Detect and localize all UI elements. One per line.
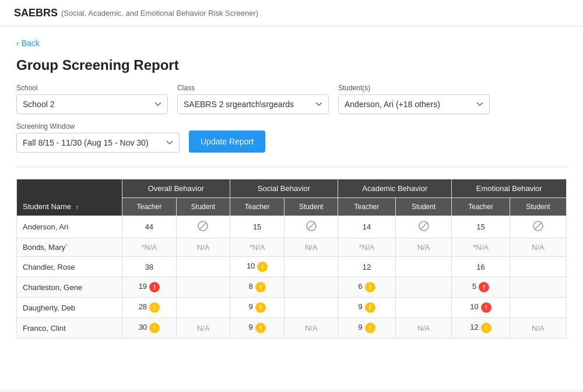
student-name-cell: Franco, Clint [17, 318, 122, 338]
na-value: N/A [417, 324, 430, 333]
table-row: Charleston, Gene 19! 8! 6! 5! [17, 277, 567, 298]
social-teacher-cell: *N/A [230, 238, 285, 257]
social-teacher-cell: 15 [230, 216, 285, 238]
na-value: *N/A [250, 243, 265, 252]
students-select[interactable]: Anderson, Ari (+18 others) [338, 94, 490, 114]
score-value: 10 [470, 302, 478, 311]
score-value: 12 [470, 323, 478, 331]
score-value: 9 [248, 302, 252, 311]
score-value: 44 [145, 223, 153, 231]
social-teacher-cell: 10! [230, 257, 285, 277]
sort-icon[interactable]: ↑ [76, 203, 79, 210]
back-link[interactable]: ‹ Back [16, 38, 40, 48]
academic-teacher-cell: *N/A [338, 238, 396, 257]
academic-teacher-cell: 6! [338, 277, 396, 298]
na-value: N/A [197, 243, 210, 252]
score-value: 9 [248, 323, 252, 331]
na-value: N/A [305, 324, 318, 333]
blocked-icon [306, 221, 317, 231]
emotional-teacher-cell: 10! [452, 298, 510, 318]
table-row: Anderson, Ari 44 15 14 15 [17, 216, 567, 238]
overall-teacher-cell: 38 [122, 257, 177, 277]
score-value: 14 [363, 223, 371, 231]
social-student-cell [285, 216, 338, 238]
emotional-teacher-cell: 15 [452, 216, 510, 238]
overall-student-cell [177, 277, 230, 298]
score-value: 15 [476, 223, 484, 231]
school-select[interactable]: School 2 [16, 94, 168, 114]
na-value: N/A [532, 324, 545, 333]
student-name-cell: Charleston, Gene [17, 277, 122, 298]
warning-badge: ! [149, 323, 160, 333]
warning-badge: ! [255, 323, 266, 333]
academic-student-cell [395, 298, 452, 318]
back-chevron-icon: ‹ [16, 38, 19, 48]
col-social-student: Student [285, 198, 338, 216]
emotional-teacher-cell: *N/A [452, 238, 510, 257]
main-content: ‹ Back Group Screening Report School Sch… [0, 27, 583, 390]
score-value: 28 [139, 302, 147, 311]
overall-student-cell [177, 298, 230, 318]
warning-badge: ! [257, 262, 268, 272]
col-group-overall: Overall Behavior [122, 179, 230, 198]
school-filter-group: School School 2 [16, 84, 168, 114]
score-value: 16 [476, 263, 484, 271]
col-social-teacher: Teacher [230, 198, 285, 216]
social-teacher-cell: 9! [230, 318, 285, 338]
students-label: Student(s) [338, 84, 490, 92]
danger-badge: ! [149, 282, 160, 292]
table-row: Bonds, Mary` *N/A N/A *N/A N/A *N/A N/A … [17, 238, 567, 257]
social-student-cell [285, 257, 338, 277]
score-value: 30 [139, 323, 147, 331]
section-divider [16, 167, 567, 167]
warning-badge: ! [149, 302, 160, 313]
window-select[interactable]: Fall 8/15 - 11/30 (Aug 15 - Nov 30) [16, 133, 180, 153]
academic-student-cell: N/A [395, 318, 452, 338]
col-group-emotional: Emotional Behavior [452, 179, 567, 198]
academic-student-cell [395, 216, 452, 238]
academic-student-cell [395, 277, 452, 298]
social-student-cell [285, 277, 338, 298]
na-value: *N/A [359, 243, 375, 252]
app-subtitle: (Social, Academic, and Emotional Behavio… [61, 9, 258, 17]
overall-teacher-cell: 30! [122, 318, 177, 338]
score-value: 10 [247, 262, 255, 270]
overall-teacher-cell: 28! [122, 298, 177, 318]
filters-row-2: Screening Window Fall 8/15 - 11/30 (Aug … [16, 122, 567, 153]
emotional-teacher-cell: 12! [452, 318, 510, 338]
col-academic-student: Student [395, 198, 452, 216]
warning-badge: ! [481, 323, 491, 333]
col-overall-teacher: Teacher [122, 198, 177, 216]
warning-badge: ! [365, 282, 375, 292]
col-academic-teacher: Teacher [338, 198, 396, 216]
social-student-cell [285, 298, 338, 318]
score-value: 15 [253, 223, 261, 231]
emotional-teacher-cell: 16 [452, 257, 510, 277]
overall-teacher-cell: 19! [122, 277, 177, 298]
update-report-button[interactable]: Update Report [189, 130, 265, 153]
social-teacher-cell: 8! [230, 277, 285, 298]
app-header: SAEBRS (Social, Academic, and Emotional … [0, 0, 583, 27]
col-emotional-teacher: Teacher [452, 198, 510, 216]
academic-teacher-cell: 12 [338, 257, 396, 277]
back-label: Back [22, 38, 40, 48]
app-title: SAEBRS [14, 7, 58, 19]
na-value: N/A [305, 243, 318, 252]
student-name-cell: Chandler, Rose [17, 257, 122, 277]
danger-badge: ! [481, 302, 491, 313]
overall-teacher-cell: 44 [122, 216, 177, 238]
window-filter-group: Screening Window Fall 8/15 - 11/30 (Aug … [16, 122, 180, 153]
social-teacher-cell: 9! [230, 298, 285, 318]
academic-teacher-cell: 9! [338, 318, 396, 338]
col-overall-student: Student [177, 198, 230, 216]
emotional-student-cell [510, 298, 566, 318]
overall-student-cell: N/A [177, 238, 230, 257]
score-value: 9 [358, 323, 362, 331]
na-value: N/A [417, 243, 430, 252]
class-select[interactable]: SAEBRS 2 srgeartch\srgeards [177, 94, 329, 114]
na-value: *N/A [473, 243, 489, 252]
student-name-cell: Bonds, Mary` [17, 238, 122, 257]
window-label: Screening Window [16, 122, 180, 130]
warning-badge: ! [365, 302, 375, 313]
academic-teacher-cell: 14 [338, 216, 396, 238]
